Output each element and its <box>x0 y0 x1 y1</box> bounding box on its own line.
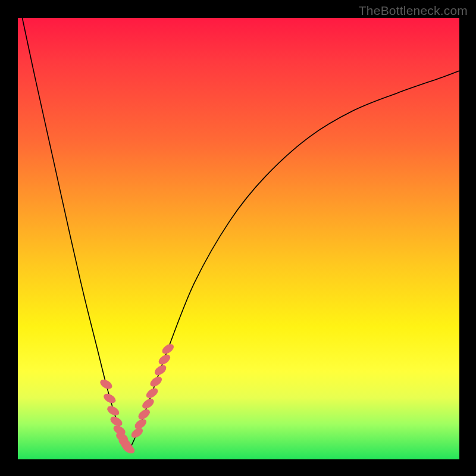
svg-point-16 <box>157 353 172 367</box>
curve-left-arm <box>22 18 129 450</box>
bead-cluster-right <box>130 342 176 440</box>
plot-area <box>18 18 459 459</box>
curve-right-arm <box>130 71 459 450</box>
svg-point-15 <box>153 363 168 377</box>
svg-point-12 <box>140 397 155 411</box>
svg-point-17 <box>161 342 176 356</box>
bead-cluster-left <box>99 378 136 456</box>
svg-point-1 <box>102 392 118 405</box>
svg-point-0 <box>99 378 114 391</box>
svg-point-13 <box>145 386 159 400</box>
svg-point-2 <box>105 404 121 417</box>
watermark-text: TheBottleneck.com <box>359 4 468 18</box>
chart-frame: TheBottleneck.com <box>0 0 476 476</box>
curve-layer <box>18 18 459 459</box>
svg-point-14 <box>149 375 164 389</box>
svg-point-11 <box>136 408 151 421</box>
